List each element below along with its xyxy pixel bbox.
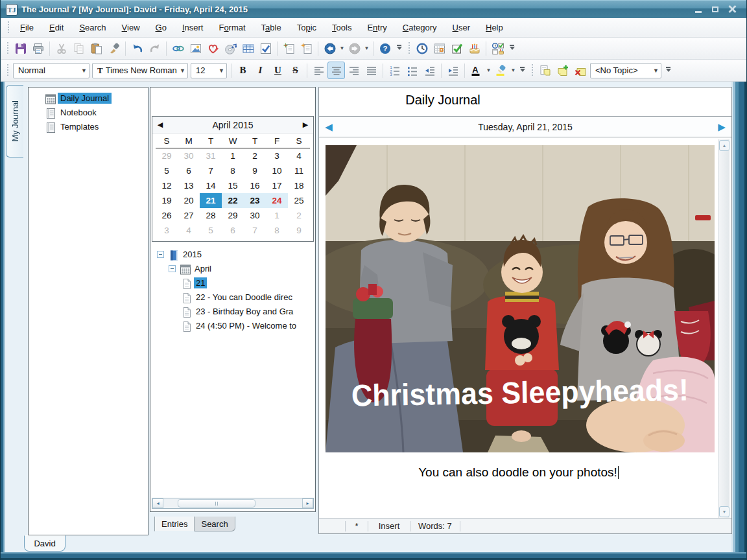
calendar-day[interactable]: 3 — [156, 223, 178, 238]
new-page-button[interactable] — [298, 40, 315, 57]
forward-split-button[interactable]: ▼ — [346, 40, 370, 57]
collapse-icon[interactable] — [169, 265, 176, 272]
topic-remove-button[interactable] — [571, 62, 589, 79]
calendar-day[interactable]: 24 — [266, 193, 288, 208]
help-button[interactable]: ? — [376, 40, 394, 57]
calendar-day[interactable]: 3 — [266, 148, 288, 163]
calendar-day[interactable]: 30 — [244, 208, 266, 223]
new-entry-button[interactable] — [280, 40, 298, 57]
tab-user-david[interactable]: David — [24, 535, 65, 552]
menu-entry[interactable]: Entry — [359, 20, 394, 35]
reminders-button[interactable] — [489, 40, 506, 57]
toolbar-overflow-icon[interactable] — [518, 62, 527, 79]
tab-my-journal[interactable]: My Journal — [6, 85, 23, 158]
forward-dropdown-arrow-icon[interactable]: ▼ — [363, 40, 370, 57]
dropdown-arrow-icon[interactable]: ▼ — [217, 67, 226, 74]
calendar-day[interactable]: 31 — [200, 148, 222, 163]
cut-button[interactable] — [53, 40, 70, 57]
scroll-up-icon[interactable]: ▲ — [719, 140, 729, 151]
highlight-dropdown-arrow-icon[interactable]: ▼ — [510, 62, 517, 79]
save-button[interactable] — [12, 40, 29, 57]
size-select[interactable]: 12▼ — [191, 63, 227, 78]
numbered-list-button[interactable]: 123 — [386, 62, 403, 79]
calendar-day[interactable]: 30 — [178, 148, 200, 163]
dropdown-arrow-icon[interactable]: ▼ — [178, 67, 187, 74]
topic-select[interactable]: <No Topic>▼ — [590, 63, 661, 78]
menu-insert[interactable]: Insert — [174, 20, 211, 35]
align-right-button[interactable] — [345, 62, 362, 79]
calendar-prev-button[interactable]: ◀ — [152, 121, 168, 129]
image-button[interactable] — [187, 40, 204, 57]
font-color-dropdown-arrow-icon[interactable]: ▼ — [485, 62, 492, 79]
print-button[interactable] — [29, 40, 47, 57]
dropdown-arrow-icon[interactable]: ▼ — [79, 67, 89, 74]
sidebar-item-daily-journal[interactable]: Daily Journal — [29, 91, 148, 105]
calendar-day[interactable]: 9 — [244, 163, 266, 178]
menu-category[interactable]: Category — [395, 20, 445, 35]
calendar-day[interactable]: 28 — [200, 208, 222, 223]
calendar-day[interactable]: 29 — [156, 148, 178, 163]
calendar-day[interactable]: 14 — [200, 178, 222, 193]
calendar-day[interactable]: 16 — [244, 178, 266, 193]
scrollbar-thumb[interactable] — [178, 499, 255, 508]
horizontal-scrollbar[interactable]: ◂ ▸ — [152, 498, 314, 509]
tab-entries[interactable]: Entries — [154, 517, 195, 531]
calendar-day[interactable]: 1 — [222, 148, 244, 163]
align-center-button[interactable] — [327, 62, 345, 79]
menu-topic[interactable]: Topic — [289, 20, 324, 35]
calendar-day[interactable]: 6 — [178, 163, 200, 178]
back-split-button[interactable]: ▼ — [321, 40, 346, 57]
next-entry-button[interactable]: ▶ — [712, 121, 731, 133]
underline-button[interactable]: U — [269, 62, 287, 79]
highlight-split-button[interactable]: ▼ — [492, 62, 517, 79]
toolbar-overflow-icon[interactable] — [395, 40, 403, 57]
back-dropdown-arrow-icon[interactable]: ▼ — [338, 40, 346, 57]
calendar-day[interactable]: 5 — [156, 163, 178, 178]
calendar-day[interactable]: 29 — [222, 208, 244, 223]
calendar-day[interactable]: 8 — [266, 223, 288, 238]
calendar-day[interactable]: 6 — [222, 223, 244, 238]
calendar-day[interactable]: 7 — [244, 223, 266, 238]
clock-button[interactable] — [413, 40, 431, 57]
calendar-day[interactable]: 15 — [222, 178, 244, 193]
menu-format[interactable]: Format — [211, 20, 253, 35]
scrollbar-track[interactable] — [163, 498, 302, 508]
scroll-down-icon[interactable]: ▼ — [719, 506, 729, 517]
italic-button[interactable]: I — [252, 62, 269, 79]
calendar-day[interactable]: 19 — [156, 193, 178, 208]
calendar-tool-button[interactable] — [431, 40, 448, 57]
entries-tree-item[interactable]: 2015 — [153, 247, 314, 261]
calendar-next-button[interactable]: ▶ — [298, 121, 313, 129]
font-color-button[interactable]: A — [468, 62, 485, 79]
highlight-button[interactable] — [492, 62, 510, 79]
calendar-day[interactable]: 5 — [200, 223, 222, 238]
redo-button[interactable] — [146, 40, 163, 57]
strike-button[interactable]: S — [287, 62, 304, 79]
entries-tree-item[interactable]: 21 — [153, 275, 314, 290]
calendar-day[interactable]: 11 — [288, 163, 310, 178]
calendar-day[interactable]: 10 — [266, 163, 288, 178]
calendar-day[interactable]: 2 — [288, 208, 310, 223]
justify-button[interactable] — [362, 62, 380, 79]
calendar-day[interactable]: 4 — [178, 223, 200, 238]
cake-button[interactable] — [466, 40, 483, 57]
calendar-day[interactable]: 22 — [222, 193, 244, 208]
entry-editor[interactable]: Christmas Sleepyheads! You can also dood… — [319, 138, 718, 519]
task-check-button[interactable] — [448, 40, 466, 57]
table-button[interactable] — [239, 40, 257, 57]
previous-entry-button[interactable]: ◀ — [319, 121, 338, 133]
entries-tree-item[interactable]: April — [153, 261, 314, 275]
calendar-day[interactable]: 18 — [288, 178, 310, 193]
menu-file[interactable]: File — [12, 20, 42, 35]
menu-table[interactable]: Table — [254, 20, 289, 35]
entries-tree-item[interactable]: 23 - Birthday Boy and Gra — [153, 304, 314, 318]
undo-button[interactable] — [128, 40, 146, 57]
calendar-day[interactable]: 26 — [156, 208, 178, 223]
toolbar-overflow-icon[interactable] — [664, 62, 672, 79]
font-color-split-button[interactable]: A▼ — [468, 62, 492, 79]
calendar-day[interactable]: 20 — [178, 193, 200, 208]
menu-go[interactable]: Go — [148, 20, 174, 35]
toolbar-overflow-icon[interactable] — [508, 40, 516, 57]
font-select[interactable]: TTimes New Roman▼ — [92, 63, 188, 78]
entry-scrollbar[interactable]: ▲ ▼ — [718, 139, 729, 518]
